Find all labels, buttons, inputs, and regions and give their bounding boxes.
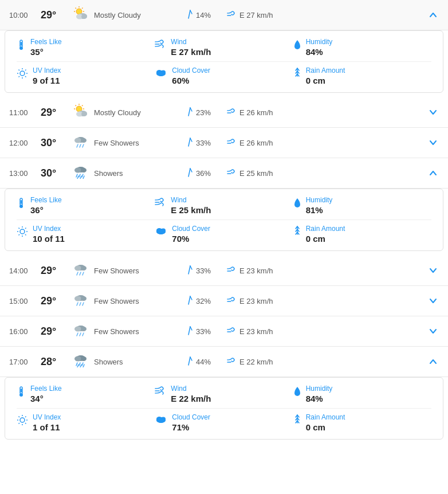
wind-value: E 22 km/h — [171, 394, 211, 403]
rain-amount-item: Rain Amount 0 cm — [293, 225, 431, 244]
weather-row-1500[interactable]: 15:00 29° Few Showers 32% — [0, 286, 448, 316]
svg-line-51 — [76, 174, 77, 177]
svg-line-34 — [82, 105, 83, 107]
svg-point-50 — [81, 168, 87, 172]
detail-panel: Feels Like 34° Wind E 22 km/h — [5, 377, 443, 440]
wind-label: Wind — [171, 196, 211, 204]
humidity-label: Humidity — [306, 385, 333, 393]
expand-chevron[interactable] — [427, 169, 439, 177]
detail-row-1: Feels Like 36° Wind E 25 km/h — [17, 196, 431, 215]
rain-drop-icon — [293, 68, 301, 82]
wind-icon — [155, 39, 166, 51]
uv-index-value: 10 of 11 — [33, 234, 65, 244]
precipitation: 32% — [187, 296, 227, 307]
svg-point-49 — [74, 168, 81, 173]
svg-line-89 — [188, 296, 190, 304]
precip-icon — [187, 168, 194, 179]
precip-icon — [187, 296, 194, 307]
svg-point-42 — [81, 138, 87, 143]
feels-like-label: Feels Like — [30, 385, 62, 393]
wind-item: Wind E 25 km/h — [155, 196, 293, 215]
precipitation: 33% — [187, 138, 227, 148]
uv-index-label: UV Index — [33, 66, 61, 75]
wind-info: E 23 km/h — [227, 266, 427, 275]
humidity-value: 84% — [306, 47, 333, 57]
temperature: 29° — [41, 9, 72, 21]
wind-value: E 27 km/h — [171, 47, 211, 57]
condition-icon — [72, 261, 89, 280]
expand-chevron[interactable] — [427, 11, 439, 19]
weather-row-1700[interactable]: 17:00 28° Showers 44% — [0, 347, 448, 377]
detail-row-2: UV Index 10 of 11 Cloud Cover 70% — [17, 219, 431, 244]
expand-chevron[interactable] — [427, 297, 439, 305]
expand-chevron[interactable] — [427, 266, 439, 275]
wind-direction-icon — [227, 139, 237, 147]
sun-icon — [17, 226, 28, 240]
humidity-value: 84% — [306, 394, 333, 403]
humidity-label: Humidity — [306, 196, 333, 204]
wind-info: E 26 km/h — [227, 139, 427, 147]
svg-line-33 — [76, 105, 77, 107]
svg-line-68 — [25, 234, 26, 236]
wind-direction-icon — [227, 327, 237, 336]
precip-icon — [187, 265, 194, 276]
cloud-cover-value: 71% — [172, 422, 210, 432]
expand-chevron[interactable] — [427, 327, 439, 335]
weather-row-1200[interactable]: 12:00 30° Few Showers 33% — [0, 128, 448, 158]
condition-icon — [72, 322, 89, 340]
wind-value: E 25 km/h — [171, 205, 211, 215]
svg-point-93 — [81, 327, 87, 331]
svg-rect-13 — [21, 42, 22, 46]
precip-value: 14% — [196, 11, 211, 19]
rain-amount-item: Rain Amount 0 cm — [293, 413, 431, 432]
expand-chevron[interactable] — [427, 358, 439, 366]
svg-point-76 — [74, 266, 81, 271]
weather-row-1300[interactable]: 13:00 30° Showers 36% — [0, 158, 448, 189]
uv-index-value: 9 of 11 — [33, 76, 61, 85]
wind-direction-icon — [227, 266, 237, 275]
wind-info: E 23 km/h — [227, 327, 427, 336]
feels-like-label: Feels Like — [30, 196, 62, 204]
svg-line-43 — [77, 144, 78, 147]
weather-row-1600[interactable]: 16:00 29° Few Showers 33% — [0, 316, 448, 347]
cloud-icon — [155, 68, 167, 80]
feels-like-item: Feels Like 35° — [17, 38, 155, 57]
svg-point-37 — [81, 112, 87, 116]
weather-row-1000[interactable]: 10:00 29° Mostly Cloudy — [0, 0, 448, 30]
condition-block: Mostly Cloudy — [72, 6, 187, 24]
svg-point-62 — [20, 229, 25, 234]
condition-icon — [72, 103, 89, 121]
weather-row-1100[interactable]: 11:00 29° Mostly Cloudy — [0, 97, 448, 128]
svg-point-77 — [81, 266, 87, 270]
cloud-icon — [155, 414, 167, 426]
detail-panel: Feels Like 36° Wind E 25 km/h — [5, 189, 443, 251]
wind-value: E 22 km/h — [239, 358, 273, 366]
uv-index-item: UV Index 10 of 11 — [17, 225, 155, 244]
svg-line-94 — [77, 333, 78, 336]
svg-line-44 — [80, 144, 81, 147]
feels-like-value: 34° — [30, 394, 62, 403]
rain-amount-value: 0 cm — [306, 234, 345, 244]
cloud-cover-label: Cloud Cover — [172, 413, 210, 421]
svg-line-69 — [25, 228, 26, 229]
humidity-item: Humidity 81% — [293, 196, 431, 215]
svg-line-46 — [188, 138, 190, 146]
drop-icon — [293, 386, 301, 400]
weather-row-1400[interactable]: 14:00 29° Few Showers 33% — [0, 256, 448, 286]
uv-index-label: UV Index — [33, 225, 65, 233]
wind-value: E 26 km/h — [239, 108, 273, 117]
wind-info: E 27 km/h — [227, 11, 427, 19]
svg-line-5 — [76, 8, 77, 9]
expand-chevron[interactable] — [427, 108, 439, 116]
cloud-cover-item: Cloud Cover 71% — [155, 413, 293, 432]
feels-like-item: Feels Like 36° — [17, 196, 155, 215]
svg-line-21 — [25, 76, 26, 77]
wind-direction-icon — [227, 169, 237, 178]
svg-point-27 — [156, 70, 166, 76]
condition-icon — [72, 164, 89, 182]
expand-chevron[interactable] — [427, 139, 439, 147]
time-label: 15:00 — [9, 297, 41, 305]
svg-line-81 — [188, 266, 190, 274]
thermometer-icon — [17, 197, 26, 211]
svg-line-45 — [82, 144, 84, 147]
